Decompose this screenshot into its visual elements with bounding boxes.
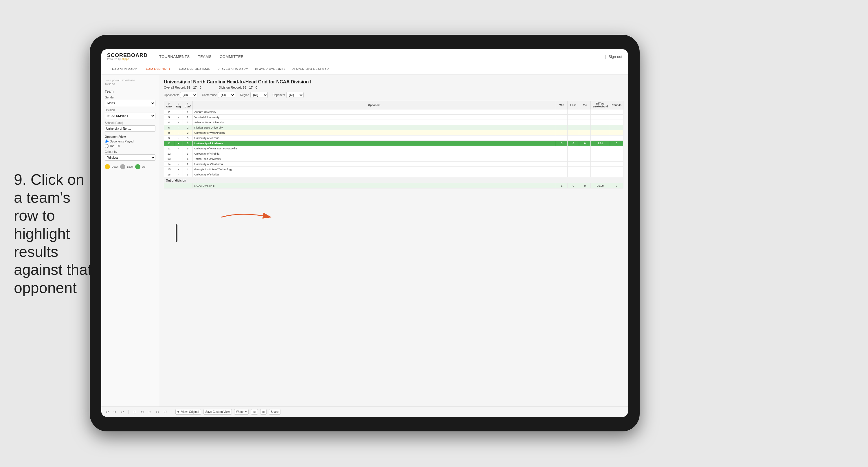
school-rank-label: School (Rank) [105,121,155,124]
sign-out-button[interactable]: Sign out [609,54,622,59]
tab-player-summary[interactable]: PLAYER SUMMARY [214,66,251,73]
division-select[interactable]: NCAA Division I [105,113,155,119]
nav-items: TOURNAMENTS TEAMS COMMITTEE [159,53,243,60]
nav-item-teams[interactable]: TEAMS [198,53,212,60]
grid-title: University of North Carolina Head-to-Hea… [164,79,623,85]
out-of-division-header: Out of division [164,177,623,183]
back-button[interactable]: ↩ [120,409,125,415]
logo-scoreboard-text: SCOREBOARD [107,53,148,58]
col-win: Win [556,101,567,110]
logo-powered-text: Powered by clippd [107,58,148,60]
opponents-filter-select[interactable]: (All) [180,92,197,98]
legend-level-label: Level [127,165,133,168]
legend: Down Level Up [105,164,155,169]
colour-by-select[interactable]: Win/loss [105,154,155,161]
tablet-screen: SCOREBOARD Powered by clippd TOURNAMENTS… [101,49,628,417]
region-filter: Region (All) [240,92,268,98]
top-100-radio[interactable]: Top 100 [105,144,155,148]
school-input[interactable] [105,125,155,132]
save-custom-view-button[interactable]: Save Custom View [204,409,232,415]
remove-button[interactable]: ⊖ [155,409,160,415]
screen-button[interactable]: 🖥 [251,409,258,415]
redo-button[interactable]: ↪ [112,409,118,415]
nav-right: | Sign out [605,54,622,59]
h2h-grid-table: #Rank #Reg #Conf Opponent Win Loss Tie D… [164,101,623,188]
col-opponent: Opponent [192,101,556,110]
add-button[interactable]: ⊕ [147,409,153,415]
main-content: Last Updated: 27/03/2024 16:55:38 Team G… [101,75,628,407]
col-reg: #Reg [174,101,183,110]
table-row[interactable]: 6-2Florida State University [164,125,623,130]
logo: SCOREBOARD Powered by clippd [107,53,148,60]
nav-item-committee[interactable]: COMMITTEE [220,53,244,60]
toolbar-separator-1 [128,410,129,414]
nav-item-tournaments[interactable]: TOURNAMENTS [159,53,190,60]
left-panel: Last Updated: 27/03/2024 16:55:38 Team G… [101,75,159,407]
instruction-text: 9. Click on a team's row to highlight re… [14,170,95,297]
col-rounds: Rounds [610,101,623,110]
grid-header: University of North Carolina Head-to-Hea… [164,79,623,89]
table-row[interactable]: 4-1Arizona State University [164,120,623,125]
right-content: University of North Carolina Head-to-Hea… [159,75,628,407]
opponents-filter: Opponents: (All) [164,92,197,98]
region-filter-select[interactable]: (All) [250,92,268,98]
tab-team-h2h-heatmap[interactable]: TEAM H2H HEATMAP [174,66,213,73]
layout-button[interactable]: ⊞ [260,409,267,415]
col-rank: #Rank [164,101,174,110]
table-row[interactable]: 2-1Auburn University [164,110,623,115]
table-row[interactable]: 16-3University of Florida [164,172,623,177]
division-record: Division Record: 88 - 17 - 0 [219,86,257,89]
table-row[interactable]: 14-2University of Oklahoma [164,162,623,167]
table-row[interactable]: 9-3University of Arizona [164,136,623,141]
legend-down-dot [105,164,110,169]
conference-filter-select[interactable]: (All) [218,92,235,98]
team-section-label: Team [105,89,155,93]
legend-level-dot [120,164,125,169]
col-conf: #Conf [183,101,193,110]
tab-player-h2h-heatmap[interactable]: PLAYER H2H HEATMAP [289,66,332,73]
grid-records: Overall Record: 89 - 17 - 0 Division Rec… [164,86,623,89]
tab-team-h2h-grid[interactable]: TEAM H2H GRID [141,66,173,73]
tab-team-summary[interactable]: TEAM SUMMARY [107,66,140,73]
table-row[interactable]: 12-3University of Virginia [164,151,623,156]
gender-label: Gender [105,96,155,99]
bottom-toolbar: ↩ ↪ ↩ ⊞ ✂ ⊕ ⊖ ⏱ 👁 View: Original Save Cu… [101,407,628,417]
gender-select[interactable]: Men's [105,100,155,106]
nav-bar: SCOREBOARD Powered by clippd TOURNAMENTS… [101,49,628,64]
table-row[interactable]: 11-6University of Arkansas, Fayetteville [164,146,623,151]
conference-filter: Conference (All) [202,92,236,98]
watch-button[interactable]: Watch ▾ [234,409,249,415]
legend-down-label: Down [112,165,118,168]
tab-player-h2h-grid[interactable]: PLAYER H2H GRID [252,66,288,73]
col-diff: Diff AvStrokes/Rnd [591,101,610,110]
opponent-filter: Opponent (All) [272,92,304,98]
table-row[interactable]: 3-2Vanderbilt University [164,115,623,120]
share-button[interactable]: Share [269,409,281,415]
opponents-played-radio[interactable]: Opponents Played [105,140,155,143]
cut-button[interactable]: ✂ [140,409,145,415]
opponent-filter-select[interactable]: (All) [286,92,304,98]
undo-button[interactable]: ↩ [105,409,110,415]
timer-button[interactable]: ⏱ [162,409,168,415]
colour-by-label: Colour by [105,150,155,153]
legend-up-label: Up [142,165,146,168]
table-row[interactable]: 15-4Georgia Institute of Technology [164,167,623,172]
grid-button[interactable]: ⊞ [132,409,137,415]
legend-up-dot [135,164,141,169]
view-original-button[interactable]: 👁 View: Original [176,409,201,415]
last-updated: Last Updated: 27/03/2024 16:55:38 [105,79,155,86]
table-row[interactable]: 11-5University of Alabama3002.618 [164,141,623,146]
table-row[interactable]: 8-2University of Washington [164,130,623,136]
table-row[interactable]: NCAA Division II10026.003 [164,183,623,188]
opponent-view-label: Opponent View [105,135,155,138]
toolbar-separator-2 [172,410,172,414]
tablet-side-button [176,224,178,242]
sub-nav: TEAM SUMMARY TEAM H2H GRID TEAM H2H HEAT… [101,64,628,75]
tablet-device: SCOREBOARD Powered by clippd TOURNAMENTS… [90,35,640,431]
division-label: Division [105,109,155,112]
opponent-view-radio-group: Opponents Played Top 100 [105,140,155,148]
col-tie: Tie [579,101,591,110]
overall-record: Overall Record: 89 - 17 - 0 [164,86,202,89]
table-row[interactable]: 13-1Texas Tech University [164,156,623,162]
filters-row: Opponents: (All) Conference (All) Region [164,92,623,98]
